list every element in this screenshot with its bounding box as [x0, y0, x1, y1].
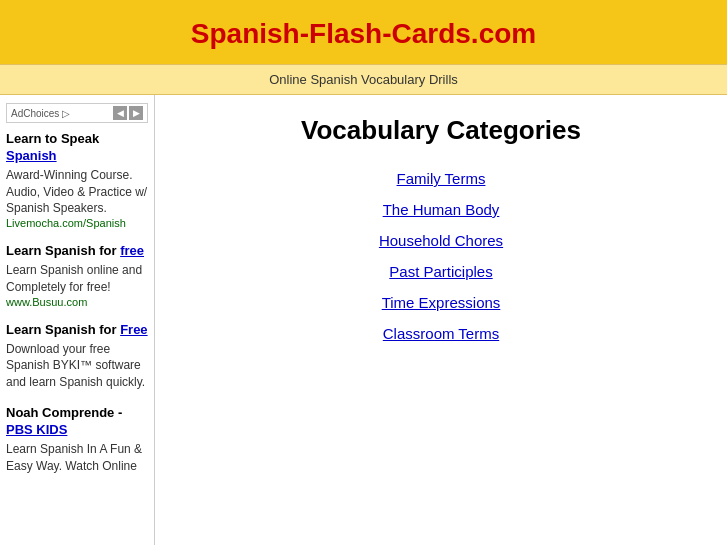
ad-4-body: Learn Spanish In A Fun & Easy Way. Watch… [6, 441, 148, 475]
ad-2-body: Learn Spanish online and Completely for … [6, 262, 148, 296]
ad-2-link[interactable]: free [120, 243, 144, 258]
header-subtitle: Online Spanish Vocabulary Drills [0, 64, 727, 95]
ad-3-body: Download your free Spanish BYKI™ softwar… [6, 341, 148, 391]
ad-choices-label: AdChoices ▷ [11, 108, 70, 119]
ad-choices-bar: AdChoices ▷ ◀ ▶ [6, 103, 148, 123]
vocab-link-past-participles[interactable]: Past Participles [389, 263, 492, 280]
ad-block-4: Noah Comprende - PBS KIDS Learn Spanish … [6, 405, 148, 474]
vocab-links-list: Family Terms The Human Body Household Ch… [195, 170, 687, 342]
ad-block-1: Learn to Speak Spanish Award-Winning Cou… [6, 131, 148, 229]
ad-nav-next[interactable]: ▶ [129, 106, 143, 120]
site-title: Spanish-Flash-Cards.com [10, 18, 717, 50]
ad-1-link[interactable]: Spanish [6, 148, 57, 163]
ad-1-headline: Learn to Speak Spanish [6, 131, 148, 165]
ad-1-body: Award-Winning Course. Audio, Video & Pra… [6, 167, 148, 217]
header-banner: Spanish-Flash-Cards.com [0, 0, 727, 64]
ad-2-headline: Learn Spanish for free [6, 243, 148, 260]
ad-1-url: Livemocha.com/Spanish [6, 217, 148, 229]
sidebar: AdChoices ▷ ◀ ▶ Learn to Speak Spanish A… [0, 95, 155, 545]
main-layout: AdChoices ▷ ◀ ▶ Learn to Speak Spanish A… [0, 95, 727, 545]
ad-block-2: Learn Spanish for free Learn Spanish onl… [6, 243, 148, 307]
ad-3-headline: Learn Spanish for Free [6, 322, 148, 339]
ad-4-headline: Noah Comprende - PBS KIDS [6, 405, 148, 439]
vocab-link-classroom-terms[interactable]: Classroom Terms [383, 325, 499, 342]
vocab-link-human-body[interactable]: The Human Body [383, 201, 500, 218]
subtitle-text: Online Spanish Vocabulary Drills [269, 72, 458, 87]
ad-2-url: www.Busuu.com [6, 296, 148, 308]
ad-nav-prev[interactable]: ◀ [113, 106, 127, 120]
ad-4-link[interactable]: PBS KIDS [6, 422, 67, 437]
vocab-link-household-chores[interactable]: Household Chores [379, 232, 503, 249]
main-content: Vocabulary Categories Family Terms The H… [155, 95, 727, 545]
ad-nav-buttons: ◀ ▶ [113, 106, 143, 120]
vocab-link-family[interactable]: Family Terms [397, 170, 486, 187]
ad-block-3: Learn Spanish for Free Download your fre… [6, 322, 148, 391]
vocab-link-time-expressions[interactable]: Time Expressions [382, 294, 501, 311]
ad-3-link[interactable]: Free [120, 322, 147, 337]
vocab-section-title: Vocabulary Categories [195, 115, 687, 146]
